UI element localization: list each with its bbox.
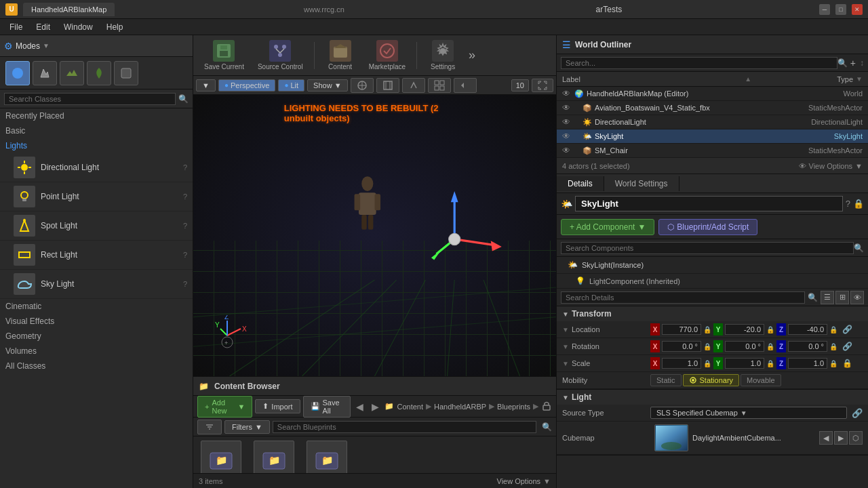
wo-add-button[interactable]: + — [848, 58, 859, 68]
point-light-help[interactable]: ? — [183, 192, 187, 201]
rot-y-lock[interactable]: 🔒 — [766, 343, 774, 350]
perspective-button[interactable]: ● Perspective — [218, 79, 276, 92]
det-grid-view[interactable]: ⊞ — [835, 291, 849, 304]
wo-view-options[interactable]: 👁 View Options ▼ — [799, 162, 863, 170]
cb-item-game-framework[interactable]: 📁 Game Framework — [197, 441, 245, 473]
wo-vis-aviation[interactable]: 👁 — [562, 103, 570, 113]
wo-vis-directional[interactable]: 👁 — [562, 117, 570, 127]
add-component-button[interactable]: + Add Component ▼ — [561, 219, 654, 235]
cb-lock-button[interactable] — [541, 400, 552, 413]
wo-col-dropdown[interactable]: ▼ — [856, 75, 863, 83]
minimize-button[interactable]: ─ — [819, 4, 830, 15]
settings-button[interactable]: Settings — [422, 37, 463, 73]
content-button[interactable]: Content — [320, 37, 361, 73]
mobility-static[interactable]: Static — [650, 374, 682, 386]
loc-y-lock[interactable]: 🔒 — [766, 326, 774, 333]
vp-icon-4[interactable] — [428, 78, 451, 93]
directional-light-help[interactable]: ? — [183, 163, 187, 171]
scale-y-lock[interactable]: 🔒 — [766, 360, 774, 367]
wo-col-sort-icon[interactable]: ▲ — [745, 75, 751, 83]
vp-icon-5[interactable] — [454, 78, 477, 93]
menu-help[interactable]: Help — [100, 21, 130, 33]
wo-vis-skylight[interactable]: 👁 — [562, 131, 570, 141]
nav-basic[interactable]: Basic — [0, 123, 193, 138]
comp-light-component[interactable]: 💡 LightComponent (Inherited) — [557, 274, 868, 289]
import-button[interactable]: ⬆ Import — [255, 399, 300, 413]
scale-z-input[interactable] — [788, 358, 827, 369]
viewport[interactable]: LIGHTING NEEDS TO BE REBUILT (2 unbuilt … — [193, 95, 556, 376]
blueprint-add-script-button[interactable]: ⬡ Blueprint/Add Script — [658, 219, 757, 235]
search-classes-input[interactable] — [4, 93, 176, 105]
scale-y-input[interactable] — [725, 358, 764, 369]
save-current-button[interactable]: Save Current — [199, 37, 250, 73]
path-blueprints[interactable]: Blueprints — [497, 403, 530, 411]
det-list-view[interactable]: ☰ — [821, 291, 834, 304]
loc-z-input[interactable] — [788, 324, 827, 335]
cb-view-options[interactable]: View Options — [497, 477, 541, 485]
tab-world-settings[interactable]: World Settings — [604, 176, 679, 191]
cb-item-placeable[interactable]: 📁 Placeable — [250, 441, 298, 473]
nav-all-classes[interactable]: All Classes — [0, 359, 193, 373]
scale-x-lock[interactable]: 🔒 — [703, 360, 711, 367]
vp-icon-1[interactable] — [351, 78, 374, 93]
transform-header[interactable]: ▼ Transform — [557, 306, 868, 321]
nav-visual-effects[interactable]: Visual Effects — [0, 314, 193, 329]
source-type-dropdown[interactable]: SLS Specified Cubemap ▼ — [650, 407, 847, 419]
rect-light-help[interactable]: ? — [183, 251, 187, 259]
viewport-mode-dropdown[interactable]: ▼ — [196, 79, 216, 92]
path-content[interactable]: Content — [397, 403, 423, 411]
mode-select[interactable] — [5, 61, 30, 85]
cubemap-nav-open[interactable]: ⬡ — [849, 431, 863, 445]
det-help-icon[interactable]: ? — [846, 199, 850, 209]
mode-foliage[interactable] — [87, 61, 111, 85]
mobility-stationary[interactable]: Stationary — [683, 374, 740, 386]
title-tab[interactable]: HandheldARBlankMap — [23, 3, 115, 16]
lod-number[interactable]: 10 — [511, 79, 529, 92]
sky-light-help[interactable]: ? — [183, 280, 187, 288]
rot-x-input[interactable] — [662, 341, 701, 352]
cb-item-ui[interactable]: 📁 UI — [303, 441, 351, 473]
rot-z-lock[interactable]: 🔒 — [829, 343, 837, 350]
details-search-input[interactable] — [561, 291, 805, 304]
comp-skylight-instance[interactable]: 🌤️ SkyLight(Instance) — [557, 257, 868, 274]
light-item-sky[interactable]: Sky Light ? — [0, 270, 193, 299]
rotation-chain-lock[interactable]: 🔗 — [842, 342, 852, 351]
component-search-input[interactable] — [561, 242, 854, 254]
mode-paint[interactable] — [33, 61, 57, 85]
mode-mesh-paint[interactable] — [114, 61, 138, 85]
spot-light-help[interactable]: ? — [183, 222, 187, 230]
nav-geometry[interactable]: Geometry — [0, 329, 193, 344]
wo-item-aviation[interactable]: 👁 📦 Aviation_Boatswain_V4_Static_fbx Sta… — [557, 101, 868, 115]
toolbar-more-button[interactable]: » — [466, 48, 478, 62]
cb-filter-icon[interactable] — [197, 420, 222, 434]
loc-z-lock[interactable]: 🔒 — [829, 326, 837, 333]
wo-item-skylight[interactable]: 👁 🌤️ SkyLight SkyLight — [557, 129, 868, 144]
mobility-movable[interactable]: Movable — [741, 374, 781, 386]
wo-item-directional[interactable]: 👁 ☀️ DirectionalLight DirectionalLight — [557, 115, 868, 129]
light-item-point[interactable]: Point Light ? — [0, 182, 193, 211]
add-new-button[interactable]: + Add New ▼ — [197, 396, 252, 418]
nav-volumes[interactable]: Volumes — [0, 344, 193, 359]
light-item-spot[interactable]: Spot Light ? — [0, 211, 193, 241]
vp-icon-3[interactable] — [402, 78, 425, 93]
rot-z-input[interactable] — [788, 341, 827, 352]
wo-vis-editor[interactable]: 👁 — [562, 89, 570, 98]
vp-icon-2[interactable] — [376, 78, 399, 93]
lit-button[interactable]: ● Lit — [278, 79, 304, 92]
cubemap-nav-next[interactable]: ▶ — [834, 431, 848, 445]
marketplace-button[interactable]: Marketplace — [363, 37, 411, 73]
world-outliner-search-input[interactable] — [561, 57, 837, 69]
save-all-button[interactable]: 💾 Save All — [303, 396, 351, 418]
nav-recently-placed[interactable]: Recently Placed — [0, 108, 193, 123]
modes-dropdown-icon[interactable]: ▼ — [43, 42, 50, 49]
maximize-button[interactable]: □ — [835, 4, 846, 15]
scale-x-input[interactable] — [662, 358, 701, 369]
menu-file[interactable]: File — [3, 21, 29, 33]
wo-item-chair[interactable]: 👁 📦 SM_Chair StaticMeshActor — [557, 144, 868, 158]
scale-z-lock[interactable]: 🔒 — [829, 360, 837, 367]
wo-vis-chair[interactable]: 👁 — [562, 146, 570, 155]
nav-cinematic[interactable]: Cinematic — [0, 299, 193, 314]
source-control-button[interactable]: Source Control — [252, 37, 309, 73]
det-lock-icon[interactable]: 🔒 — [853, 199, 864, 209]
cb-nav-back[interactable]: ◀ — [356, 401, 363, 412]
